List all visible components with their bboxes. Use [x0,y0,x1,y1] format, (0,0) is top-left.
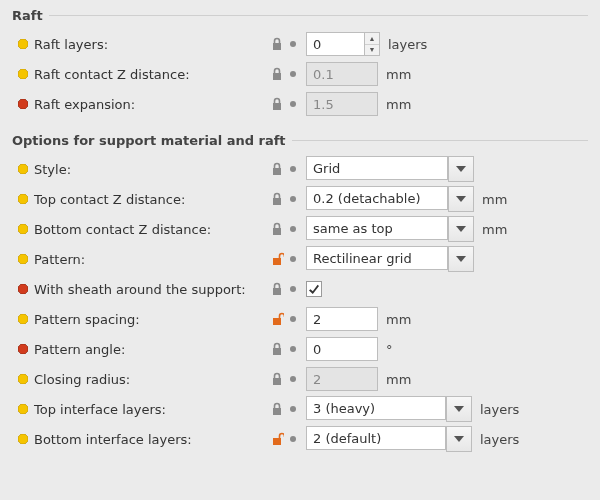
separator [49,15,588,16]
lock-icon[interactable] [270,372,284,386]
group-options-title: Options for support material and raft [12,133,286,148]
select-top-contact-z[interactable] [306,186,474,212]
input-raft-contact-z [306,62,378,86]
select-top-contact-z-text[interactable] [306,186,448,210]
row-closing-radius: Closing radius: mm [12,364,588,394]
status-icon [18,314,28,324]
chevron-down-icon[interactable] [448,246,474,272]
select-bottom-contact-z-text[interactable] [306,216,448,240]
group-raft: Raft Raft layers: ▲ ▼ layers [12,8,588,119]
reset-icon[interactable] [290,256,296,262]
lock-icon[interactable] [270,402,284,416]
input-pattern-spacing[interactable] [306,307,378,331]
lock-icon[interactable] [270,37,284,51]
reset-icon[interactable] [290,436,296,442]
status-icon [18,164,28,174]
row-bottom-interface: Bottom interface layers: layers [12,424,588,454]
status-icon [18,404,28,414]
reset-icon[interactable] [290,196,296,202]
status-icon [18,194,28,204]
lock-open-icon[interactable] [270,432,284,446]
unit-top-contact-z: mm [482,192,507,207]
reset-icon[interactable] [290,226,296,232]
lock-icon[interactable] [270,67,284,81]
row-pattern: Pattern: [12,244,588,274]
row-raft-contact-z: Raft contact Z distance: mm [12,59,588,89]
label-top-contact-z: Top contact Z distance: [34,192,234,207]
input-raft-layers-text[interactable] [306,32,364,56]
select-bottom-interface-text[interactable] [306,426,446,450]
status-icon [18,99,28,109]
status-icon [18,344,28,354]
spin-up-icon[interactable]: ▲ [365,33,379,45]
unit-pattern-spacing: mm [386,312,411,327]
unit-raft-expansion: mm [386,97,411,112]
reset-icon[interactable] [290,71,296,77]
chevron-down-icon[interactable] [446,396,472,422]
row-top-interface: Top interface layers: layers [12,394,588,424]
chevron-down-icon[interactable] [446,426,472,452]
unit-raft-contact-z: mm [386,67,411,82]
lock-icon[interactable] [270,97,284,111]
label-raft-layers: Raft layers: [34,37,234,52]
status-icon [18,69,28,79]
select-pattern-text[interactable] [306,246,448,270]
status-icon [18,374,28,384]
status-icon [18,284,28,294]
row-style: Style: [12,154,588,184]
reset-icon[interactable] [290,41,296,47]
input-pattern-angle[interactable] [306,337,378,361]
lock-open-icon[interactable] [270,312,284,326]
select-style[interactable] [306,156,474,182]
lock-icon[interactable] [270,162,284,176]
status-icon [18,434,28,444]
row-pattern-spacing: Pattern spacing: mm [12,304,588,334]
chevron-down-icon[interactable] [448,216,474,242]
reset-icon[interactable] [290,316,296,322]
spin-down-icon[interactable]: ▼ [365,45,379,56]
lock-icon[interactable] [270,282,284,296]
lock-open-icon[interactable] [270,252,284,266]
select-pattern[interactable] [306,246,474,272]
row-sheath: With sheath around the support: [12,274,588,304]
label-bottom-contact-z: Bottom contact Z distance: [34,222,234,237]
input-closing-radius [306,367,378,391]
label-pattern: Pattern: [34,252,234,267]
label-raft-contact-z: Raft contact Z distance: [34,67,234,82]
label-pattern-spacing: Pattern spacing: [34,312,234,327]
unit-top-interface: layers [480,402,519,417]
label-bottom-interface: Bottom interface layers: [34,432,234,447]
separator [292,140,588,141]
chevron-down-icon[interactable] [448,156,474,182]
reset-icon[interactable] [290,286,296,292]
status-icon [18,39,28,49]
reset-icon[interactable] [290,166,296,172]
unit-closing-radius: mm [386,372,411,387]
unit-raft-layers: layers [388,37,427,52]
checkbox-sheath[interactable] [306,281,322,297]
select-bottom-contact-z[interactable] [306,216,474,242]
label-closing-radius: Closing radius: [34,372,234,387]
group-raft-title: Raft [12,8,43,23]
select-bottom-interface[interactable] [306,426,472,452]
reset-icon[interactable] [290,376,296,382]
group-options-header: Options for support material and raft [12,133,588,148]
select-style-text[interactable] [306,156,448,180]
reset-icon[interactable] [290,346,296,352]
input-raft-layers[interactable]: ▲ ▼ [306,32,380,56]
group-raft-header: Raft [12,8,588,23]
reset-icon[interactable] [290,406,296,412]
lock-icon[interactable] [270,342,284,356]
select-top-interface-text[interactable] [306,396,446,420]
label-pattern-angle: Pattern angle: [34,342,234,357]
row-raft-expansion: Raft expansion: mm [12,89,588,119]
label-raft-expansion: Raft expansion: [34,97,234,112]
lock-icon[interactable] [270,192,284,206]
chevron-down-icon[interactable] [448,186,474,212]
row-bottom-contact-z: Bottom contact Z distance: mm [12,214,588,244]
unit-bottom-contact-z: mm [482,222,507,237]
select-top-interface[interactable] [306,396,472,422]
reset-icon[interactable] [290,101,296,107]
row-pattern-angle: Pattern angle: ° [12,334,588,364]
lock-icon[interactable] [270,222,284,236]
